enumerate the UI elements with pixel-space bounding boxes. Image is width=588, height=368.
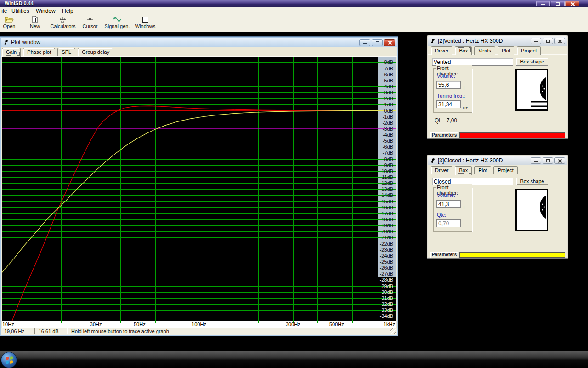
maximize-button[interactable] — [543, 38, 553, 44]
volume-unit: l — [464, 86, 464, 91]
tab-phase-plot[interactable]: Phase plot — [23, 48, 55, 56]
closed-title-bar[interactable]: [3]Closed : Hertz HX 300D — [428, 156, 567, 165]
windows-logo-icon — [6, 356, 13, 364]
signal-gen-button[interactable]: Signal gen. — [102, 15, 132, 31]
windows-button[interactable]: Windows — [131, 15, 159, 31]
svg-text:-17dB: -17dB — [380, 211, 393, 216]
svg-text:-34dB: -34dB — [380, 313, 393, 319]
plot-close-button[interactable] — [384, 39, 395, 46]
closed-window-title: [3]Closed : Hertz HX 300D — [438, 157, 503, 164]
svg-text:-20dB: -20dB — [380, 229, 393, 234]
svg-text:-18dB: -18dB — [380, 217, 393, 222]
tab-vents[interactable]: Vents — [474, 46, 495, 55]
vented-title-bar[interactable]: [2]Vented : Hertz HX 300D — [428, 36, 567, 46]
svg-text:-25dB: -25dB — [380, 259, 393, 264]
minimize-button[interactable] — [531, 38, 541, 44]
calculators-button[interactable]: Calculators — [47, 15, 79, 31]
svg-text:6dB: 6dB — [384, 72, 393, 77]
svg-text:100Hz: 100Hz — [192, 322, 206, 327]
closed-project-window: [3]Closed : Hertz HX 300D Driver Box Plo… — [427, 155, 568, 258]
gain-plot[interactable]: 8dB7dB6dB5dB4dB3dB2dB1dB0dB-1dB-2dB-3dB-… — [2, 57, 396, 328]
front-chamber-group: Front chamber: Volume: l Tuning freq.: H… — [433, 68, 472, 113]
menu-help[interactable]: Help — [61, 8, 74, 14]
tab-project[interactable]: Project — [493, 166, 517, 174]
volume-field[interactable] — [436, 200, 461, 208]
svg-text:-15dB: -15dB — [380, 199, 393, 204]
svg-text:-21dB: -21dB — [380, 235, 393, 240]
winisd-icon — [3, 40, 9, 45]
close-button[interactable] — [565, 1, 579, 6]
maximize-icon — [546, 40, 550, 43]
plot-tab-bar: Gain Phase plot SPL Group delay — [1, 47, 397, 57]
tab-spl[interactable]: SPL — [57, 48, 75, 56]
svg-text:-23dB: -23dB — [380, 247, 393, 253]
volume-field[interactable] — [436, 81, 461, 89]
new-button[interactable]: New — [24, 15, 46, 31]
winisd-icon — [430, 158, 435, 163]
minimize-button[interactable] — [531, 157, 541, 164]
project-color-bar — [459, 132, 565, 138]
resize-grip[interactable] — [390, 328, 396, 334]
tab-plot[interactable]: Plot — [498, 46, 514, 55]
closed-tab-bar: Driver Box Plot Project — [428, 165, 567, 174]
volume-label: Volume: — [437, 73, 455, 79]
parameters-tab[interactable]: Parameters — [430, 132, 458, 138]
vented-project-window: [2]Vented : Hertz HX 300D Driver Box Ven… — [427, 35, 568, 138]
maximize-button[interactable] — [543, 157, 553, 164]
close-button[interactable] — [554, 157, 565, 164]
close-icon — [571, 2, 575, 6]
svg-text:-32dB: -32dB — [380, 301, 393, 307]
main-caption-buttons — [536, 1, 579, 6]
tab-driver[interactable]: Driver — [431, 166, 452, 174]
plot-status-bar: 19,06 Hz -16,61 dB Hold left mouse butto… — [1, 328, 397, 335]
svg-text:-11dB: -11dB — [380, 174, 393, 180]
tab-gain[interactable]: Gain — [2, 48, 21, 57]
cursor-label: Cursor — [78, 23, 102, 29]
svg-text:-7dB: -7dB — [383, 150, 393, 155]
svg-text:-28dB: -28dB — [380, 277, 393, 282]
parameters-tab[interactable]: Parameters — [430, 252, 458, 258]
cursor-button[interactable]: Cursor — [78, 15, 102, 31]
plot-minimize-button[interactable] — [359, 39, 370, 46]
svg-text:-30dB: -30dB — [380, 289, 393, 295]
tuning-freq-field[interactable] — [436, 100, 461, 108]
svg-text:3dB: 3dB — [384, 90, 393, 95]
svg-text:4dB: 4dB — [384, 84, 393, 89]
winisd-icon — [430, 38, 435, 44]
main-title-bar: WinISD 0.44 — [0, 0, 588, 7]
tab-project[interactable]: Project — [517, 46, 541, 55]
front-chamber-group: Front chamber: Volume: l Qtc: — [433, 187, 472, 232]
tab-plot[interactable]: Plot — [474, 166, 491, 174]
tab-box[interactable]: Box — [455, 166, 472, 175]
plot-maximize-button[interactable] — [372, 39, 383, 46]
minimize-icon — [534, 41, 538, 42]
window-icon — [131, 15, 159, 23]
box-shape-button[interactable]: Box shape — [516, 58, 548, 66]
svg-text:300Hz: 300Hz — [286, 322, 300, 327]
menu-utilities[interactable]: Utilities — [11, 8, 30, 14]
minimize-button[interactable] — [536, 1, 550, 6]
tab-group-delay[interactable]: Group delay — [78, 48, 113, 56]
close-button[interactable] — [554, 38, 565, 44]
maximize-icon — [376, 41, 379, 44]
menu-window[interactable]: Window — [35, 8, 57, 14]
tab-driver[interactable]: Driver — [431, 46, 452, 55]
svg-text:500Hz: 500Hz — [329, 322, 344, 327]
toolbar: Open New Calculators Cursor Signal gen. — [0, 14, 588, 32]
open-button[interactable]: Open — [0, 15, 18, 31]
menu-file[interactable]: File — [0, 8, 8, 14]
svg-text:30Hz: 30Hz — [90, 322, 102, 327]
maximize-button[interactable] — [551, 1, 565, 6]
svg-text:-9dB: -9dB — [383, 162, 393, 168]
curve-vented-hertz-hx300d — [11, 106, 396, 322]
svg-text:-12dB: -12dB — [380, 180, 393, 186]
plot-window-title-bar[interactable]: Plot window — [1, 38, 397, 47]
box-type-field[interactable] — [432, 58, 513, 66]
tab-box[interactable]: Box — [455, 46, 472, 55]
windows-label: Windows — [131, 23, 159, 29]
volume-label: Volume: — [437, 192, 455, 198]
start-button[interactable] — [1, 352, 17, 368]
box-shape-button[interactable]: Box shape — [516, 178, 548, 185]
vented-window-buttons — [531, 38, 565, 44]
svg-text:-16dB: -16dB — [380, 205, 393, 210]
